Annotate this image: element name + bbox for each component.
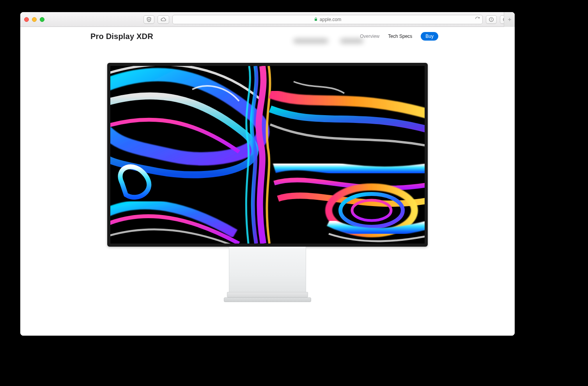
privacy-report-button[interactable] (143, 15, 154, 24)
product-local-nav: Pro Display XDR Overview Tech Specs Buy (20, 27, 515, 46)
safari-window: apple.com (20, 12, 515, 336)
reload-button[interactable] (475, 16, 480, 23)
product-title: Pro Display XDR (90, 32, 153, 41)
monitor-stand-base (227, 292, 308, 297)
svg-point-1 (149, 19, 150, 19)
window-close-button[interactable] (24, 17, 29, 22)
svg-point-0 (148, 19, 149, 19)
window-controls (24, 17, 44, 22)
icloud-tabs-button[interactable] (158, 15, 169, 24)
adblock-icon (489, 17, 494, 22)
cloud-icon (160, 17, 166, 22)
monitor-screen-art (110, 66, 425, 244)
plus-icon (507, 17, 512, 22)
nav-techspecs-link[interactable]: Tech Specs (388, 34, 412, 39)
monitor-stand-neck (229, 247, 306, 293)
address-bar[interactable]: apple.com (172, 15, 483, 24)
content-blocker-button[interactable] (486, 15, 497, 24)
safari-toolbar: apple.com (20, 12, 515, 27)
monitor-stand-foot (224, 297, 311, 302)
new-tab-button[interactable] (504, 12, 515, 27)
hero-stage (20, 46, 515, 336)
address-url: apple.com (320, 17, 341, 22)
reload-icon (475, 16, 480, 21)
nav-overview-link[interactable]: Overview (360, 34, 379, 39)
window-fullscreen-button[interactable] (40, 17, 44, 22)
shield-face-icon (146, 17, 152, 22)
webpage-content: Pro Display XDR Overview Tech Specs Buy (20, 27, 515, 336)
buy-button[interactable]: Buy (421, 32, 438, 41)
svg-point-3 (491, 20, 491, 21)
lock-icon (314, 16, 318, 23)
window-minimize-button[interactable] (32, 17, 37, 22)
pro-display-monitor (107, 63, 428, 247)
